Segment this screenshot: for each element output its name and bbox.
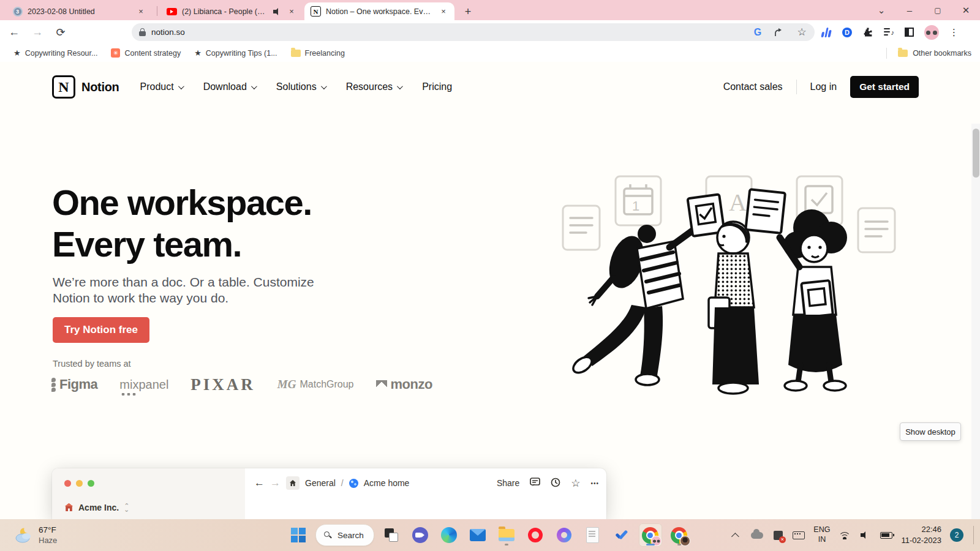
tab-close-icon[interactable]: ×	[136, 7, 146, 17]
touch-keyboard-icon[interactable]	[793, 529, 805, 541]
page-scrollbar[interactable]: ▼	[971, 124, 980, 519]
tab-close-icon[interactable]: ×	[287, 7, 296, 17]
chat-teams-icon[interactable]	[409, 523, 432, 547]
bookmark-label: Copywriting Tips (1...	[206, 49, 277, 58]
back-button[interactable]: ←	[5, 23, 23, 42]
bookmark-copywriting-resources[interactable]: ★ Copywriting Resour...	[13, 48, 97, 58]
reading-mode-extension-icon[interactable]	[905, 28, 914, 37]
minimize-button[interactable]: –	[895, 0, 924, 20]
mail-app-icon[interactable]	[466, 523, 489, 547]
tab-search-chevron-icon[interactable]: ⌄	[867, 0, 895, 20]
zoom-traffic-light[interactable]	[88, 480, 94, 487]
nav-resources[interactable]: Resources	[346, 81, 401, 92]
monzo-icon	[376, 380, 387, 389]
close-traffic-light[interactable]	[64, 480, 71, 487]
share-button[interactable]: Share	[497, 478, 519, 488]
contact-sales-link[interactable]: Contact sales	[723, 81, 783, 92]
haze-moon-cloud-icon	[15, 527, 33, 543]
folder-icon	[898, 50, 908, 57]
new-tab-button[interactable]: +	[461, 4, 475, 19]
get-started-button[interactable]: Get started	[850, 76, 919, 98]
volume-icon[interactable]	[859, 529, 872, 541]
start-button[interactable]	[287, 523, 310, 547]
forward-button[interactable]: →	[28, 23, 47, 42]
comments-icon[interactable]	[530, 478, 540, 489]
try-notion-free-button[interactable]: Try Notion free	[53, 317, 149, 343]
notion-favicon: N	[311, 6, 321, 17]
window-close-button[interactable]: ✕	[952, 0, 980, 20]
scrollbar-thumb[interactable]	[973, 129, 979, 178]
reload-button[interactable]: ⟳	[51, 23, 70, 42]
other-bookmarks[interactable]: Other bookmarks	[886, 48, 971, 59]
nav-download[interactable]: Download	[203, 81, 255, 92]
profile-avatar[interactable]	[924, 25, 939, 40]
bookmark-label: Content strategy	[124, 49, 181, 58]
audio-playing-icon[interactable]	[273, 8, 282, 15]
chrome-menu-icon[interactable]: ⋮	[949, 27, 959, 38]
app-back-icon[interactable]: ←	[254, 477, 265, 489]
brand-name[interactable]: Notion	[81, 80, 119, 94]
tab-untitled[interactable]: 3 2023-02-08 Untitled ×	[6, 2, 152, 20]
puzzle-extensions-icon[interactable]	[862, 27, 873, 38]
wifi-icon[interactable]	[839, 529, 851, 541]
chevron-down-icon	[251, 83, 257, 89]
bookmark-freelancing-folder[interactable]: Freelancing	[291, 49, 345, 58]
show-desktop-edge[interactable]	[973, 526, 974, 544]
browser-toolbar: ← → ⟳ notion.so G ☆ D ♪	[0, 20, 980, 44]
notification-count-badge[interactable]: 2	[950, 528, 963, 542]
opera-browser-icon[interactable]	[524, 523, 547, 547]
chrome-profile-1-active[interactable]	[639, 523, 662, 547]
share-icon[interactable]	[774, 27, 785, 38]
taskbar-search[interactable]: Search	[315, 524, 374, 546]
onedrive-cloud-icon[interactable]	[751, 529, 763, 541]
edge-browser-icon[interactable]	[437, 523, 461, 547]
minimize-traffic-light[interactable]	[76, 480, 83, 487]
hero-subtitle: We’re more than a doc. Or a table. Custo…	[53, 274, 314, 305]
music-queue-extension-icon[interactable]: ♪	[884, 28, 894, 37]
photo-avatar	[680, 536, 690, 546]
weather-widget[interactable]: 67°F Haze	[15, 525, 57, 545]
bookmark-copywriting-tips[interactable]: ★ Copywriting Tips (1...	[194, 48, 277, 58]
lock-icon[interactable]	[139, 28, 146, 36]
chrome-profile-2[interactable]	[668, 523, 691, 547]
bookmark-content-strategy[interactable]: ✳ Content strategy	[111, 48, 181, 58]
tab-notion-active[interactable]: N Notion – One workspace. Every t ×	[304, 2, 454, 20]
notepad-icon[interactable]	[581, 523, 605, 547]
login-link[interactable]: Log in	[810, 81, 837, 92]
blue-d-extension-icon[interactable]: D	[842, 28, 852, 37]
nav-pricing[interactable]: Pricing	[422, 81, 452, 92]
office-loop-icon[interactable]	[552, 523, 576, 547]
more-options-icon[interactable]: •••	[590, 480, 599, 487]
tab-close-icon[interactable]: ×	[439, 7, 448, 17]
todo-check-icon[interactable]	[610, 523, 633, 547]
show-desktop-tooltip: Show desktop	[900, 422, 961, 441]
breadcrumb-root[interactable]: General	[305, 478, 336, 488]
breadcrumb-page[interactable]: Acme home	[364, 478, 410, 488]
clock-date[interactable]: 22:46 11-02-2023	[901, 524, 941, 545]
workspace-switcher[interactable]: Acme Inc. ⌃⌃	[64, 503, 129, 512]
bookmark-star-icon[interactable]: ☆	[796, 27, 807, 38]
task-view-button[interactable]	[380, 523, 403, 547]
address-bar[interactable]: notion.so G ☆	[132, 23, 815, 41]
search-icon	[324, 531, 332, 539]
tray-chevron-up-icon[interactable]	[730, 529, 742, 541]
maximize-button[interactable]: ▢	[924, 0, 952, 20]
battery-icon[interactable]	[880, 529, 892, 541]
tab-youtube[interactable]: (2) Libianca - People (Lyrics) ×	[160, 2, 303, 20]
wave-extension-icon[interactable]	[821, 27, 832, 38]
app-forward-icon[interactable]: →	[270, 477, 281, 489]
google-icon[interactable]: G	[752, 27, 763, 38]
home-icon[interactable]	[286, 476, 300, 490]
updates-clock-icon[interactable]	[551, 478, 560, 489]
url-text[interactable]: notion.so	[151, 28, 185, 37]
favorite-star-icon[interactable]: ☆	[571, 477, 580, 490]
file-explorer-icon[interactable]	[495, 523, 518, 547]
weather-condition: Haze	[39, 536, 57, 545]
language-indicator[interactable]: ENG IN	[813, 525, 830, 544]
app-topbar: ← → General / Acme home Share ☆	[254, 473, 599, 493]
notion-logo[interactable]: N	[52, 75, 75, 99]
trusted-by-label: Trusted by teams at	[53, 359, 131, 369]
nav-solutions[interactable]: Solutions	[276, 81, 325, 92]
nav-product[interactable]: Product	[140, 81, 183, 92]
sync-error-icon[interactable]	[772, 529, 784, 541]
